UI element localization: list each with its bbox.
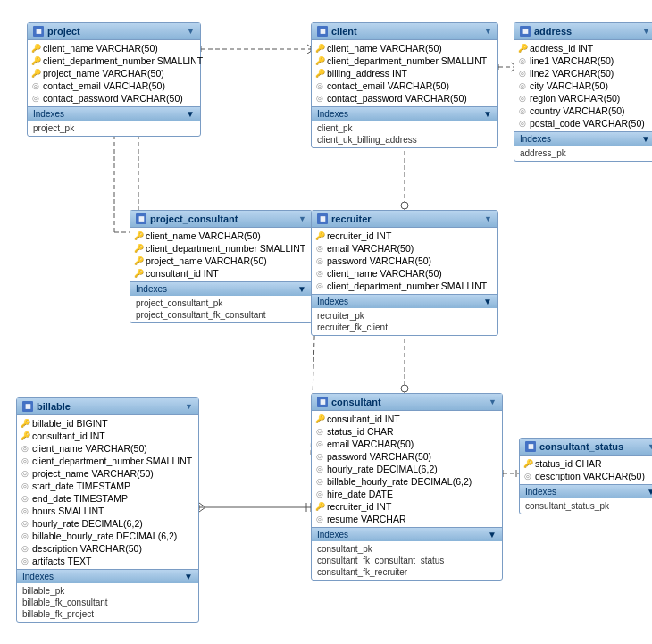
field-row: 🔑client_department_number SMALLINT <box>130 242 312 255</box>
svg-point-18 <box>401 202 408 209</box>
table-icon: ▦ <box>520 26 531 37</box>
dropdown-icon[interactable]: ▼ <box>185 402 193 411</box>
table-body: 🔑client_name VARCHAR(50) 🔑client_departm… <box>312 40 497 106</box>
field-row: ◎contact_password VARCHAR(50) <box>312 92 497 105</box>
indexes-body: project_consultant_pk project_consultant… <box>130 296 312 322</box>
table-body: 🔑billable_id BIGINT 🔑consultant_id INT ◎… <box>17 415 198 569</box>
table-icon: ▦ <box>22 401 33 412</box>
key-icon: ◎ <box>31 94 40 103</box>
field-row: ◎project_name VARCHAR(50) <box>17 467 198 480</box>
field-row: ◎client_department_number SMALLINT <box>17 455 198 467</box>
field-row: 🔑billing_address INT <box>312 67 497 79</box>
table-icon: ▦ <box>317 213 328 224</box>
dropdown-icon[interactable]: ▼ <box>489 397 497 406</box>
indexes-header: Indexes ▼ <box>312 527 502 541</box>
key-icon: ◎ <box>315 281 324 290</box>
key-icon: ◎ <box>315 94 324 103</box>
key-icon: ◎ <box>315 464 324 473</box>
field-row: ◎city VARCHAR(50) <box>514 79 652 92</box>
field-row: ◎line1 VARCHAR(50) <box>514 54 652 67</box>
table-body: 🔑client_name VARCHAR(50) 🔑client_departm… <box>130 228 312 281</box>
field-row: 🔑consultant_id INT <box>17 430 198 442</box>
indexes-body: consultant_status_pk <box>520 498 652 514</box>
field-row: ◎contact_email VARCHAR(50) <box>28 79 200 92</box>
table-body: 🔑recruiter_id INT ◎email VARCHAR(50) ◎pa… <box>312 228 497 294</box>
indexes-body: project_pk <box>28 121 200 136</box>
field-row: ◎billable_hourly_rate DECIMAL(6,2) <box>312 475 502 488</box>
field-row: ◎country VARCHAR(50) <box>514 105 652 117</box>
field-row: ◎hire_date DATE <box>312 488 502 500</box>
key-icon: 🔑 <box>31 44 40 53</box>
table-client: ▦ client ▼ 🔑client_name VARCHAR(50) 🔑cli… <box>311 22 498 148</box>
field-row: ◎artifacts TEXT <box>17 555 198 567</box>
field-row: ◎billable_hourly_rate DECIMAL(6,2) <box>17 530 198 542</box>
table-project: ▦ project ▼ 🔑client_name VARCHAR(50) 🔑cl… <box>27 22 201 137</box>
field-row: ◎region VARCHAR(50) <box>514 92 652 105</box>
table-body: 🔑address_id INT ◎line1 VARCHAR(50) ◎line… <box>514 40 652 131</box>
indexes-header: Indexes ▼ <box>514 131 652 146</box>
field-row: 🔑recruiter_id INT <box>312 500 502 513</box>
key-icon: 🔑 <box>31 69 40 78</box>
key-icon: ◎ <box>315 269 324 278</box>
dropdown-icon[interactable]: ▼ <box>298 214 306 223</box>
key-icon: ◎ <box>315 427 324 436</box>
dropdown-icon[interactable]: ▼ <box>642 27 650 36</box>
dropdown-icon[interactable]: ▼ <box>187 27 195 36</box>
field-row: 🔑client_department_number SMALLINT <box>28 54 200 67</box>
svg-point-19 <box>401 385 408 392</box>
table-icon: ▦ <box>136 213 146 224</box>
field-row: 🔑client_department_number SMALLINT <box>312 54 497 67</box>
field-row: ◎end_date TIMESTAMP <box>17 492 198 505</box>
key-icon: ◎ <box>21 456 29 465</box>
field-row: ◎hourly_rate DECIMAL(6,2) <box>17 517 198 530</box>
field-row: ◎email VARCHAR(50) <box>312 438 502 450</box>
dropdown-icon[interactable]: ▼ <box>484 27 492 36</box>
key-icon: 🔑 <box>315 44 324 53</box>
table-project-consultant: ▦ project_consultant ▼ 🔑client_name VARC… <box>130 210 313 323</box>
key-icon: ◎ <box>518 119 527 128</box>
key-icon: ◎ <box>518 94 527 103</box>
key-icon: ◎ <box>315 489 324 498</box>
key-icon: 🔑 <box>523 459 532 468</box>
field-row: ◎client_name VARCHAR(50) <box>312 267 497 280</box>
indexes-header: Indexes ▼ <box>28 106 200 121</box>
table-icon: ▦ <box>33 26 44 37</box>
key-icon: 🔑 <box>134 269 143 278</box>
dropdown-icon[interactable]: ▼ <box>484 214 492 223</box>
table-body: 🔑status_id CHAR ◎description VARCHAR(50) <box>520 456 652 484</box>
table-name: consultant_status <box>539 441 623 452</box>
field-row: ◎email VARCHAR(50) <box>312 242 497 255</box>
key-icon: ◎ <box>315 477 324 486</box>
field-row: 🔑client_name VARCHAR(50) <box>28 42 200 54</box>
field-row: ◎start_date TIMESTAMP <box>17 480 198 492</box>
key-icon: 🔑 <box>518 44 527 53</box>
key-icon: ◎ <box>21 494 29 503</box>
key-icon: 🔑 <box>21 431 29 440</box>
key-icon: ◎ <box>518 81 527 90</box>
table-icon: ▦ <box>525 441 536 452</box>
key-icon: ◎ <box>21 519 29 528</box>
indexes-body: address_pk <box>514 146 652 161</box>
table-recruiter: ▦ recruiter ▼ 🔑recruiter_id INT ◎email V… <box>311 210 498 336</box>
field-row: 🔑project_name VARCHAR(50) <box>28 67 200 79</box>
key-icon: ◎ <box>518 106 527 115</box>
table-consultant-status: ▦ consultant_status ▼ 🔑status_id CHAR ◎d… <box>519 438 652 514</box>
key-icon: ◎ <box>21 556 29 565</box>
field-row: ◎contact_email VARCHAR(50) <box>312 79 497 92</box>
field-row: ◎password VARCHAR(50) <box>312 450 502 463</box>
dropdown-icon[interactable]: ▼ <box>648 442 652 451</box>
svg-line-20 <box>199 503 205 507</box>
key-icon: 🔑 <box>315 56 324 65</box>
key-icon: 🔑 <box>315 231 324 240</box>
key-icon: ◎ <box>315 452 324 461</box>
key-icon: ◎ <box>21 544 29 553</box>
key-icon: 🔑 <box>315 414 324 423</box>
field-row: 🔑consultant_id INT <box>312 413 502 425</box>
table-name: billable <box>37 401 71 412</box>
key-icon: ◎ <box>21 531 29 540</box>
table-body: 🔑consultant_id INT ◎status_id CHAR ◎emai… <box>312 411 502 527</box>
field-row: 🔑project_name VARCHAR(50) <box>130 255 312 267</box>
indexes-body: consultant_pk consultant_fk_consultant_s… <box>312 541 502 580</box>
indexes-header: Indexes ▼ <box>312 106 497 121</box>
table-consultant: ▦ consultant ▼ 🔑consultant_id INT ◎statu… <box>311 393 503 581</box>
